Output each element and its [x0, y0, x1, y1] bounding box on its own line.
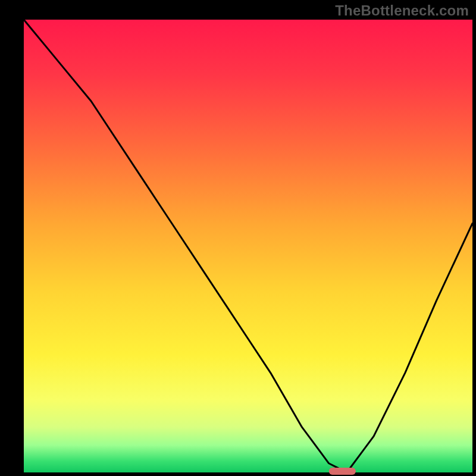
chart-root: TheBottleneck.com: [0, 0, 476, 476]
plot-background: [24, 20, 472, 472]
optimal-marker: [329, 468, 356, 475]
watermark-text: TheBottleneck.com: [335, 2, 469, 19]
chart-svg: [0, 0, 476, 476]
